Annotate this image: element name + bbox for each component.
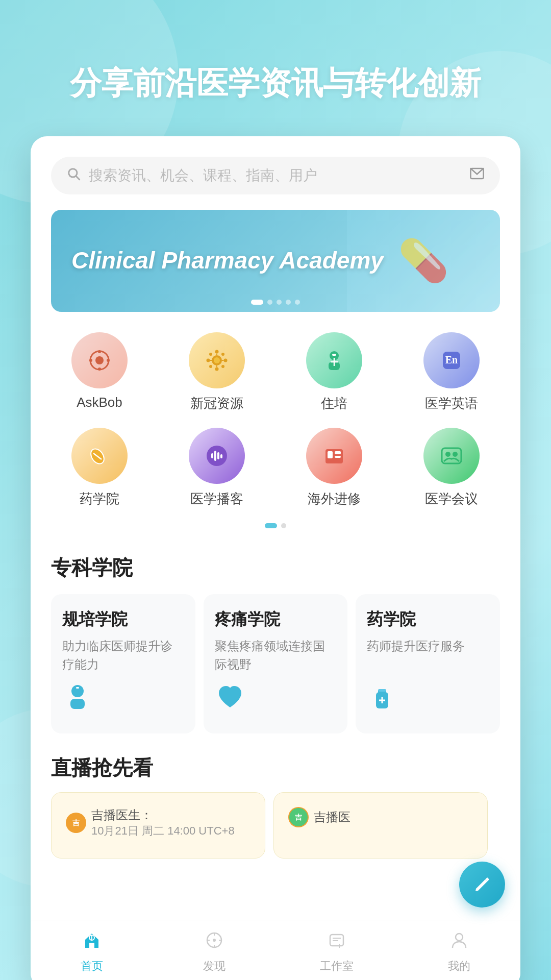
live-card-1[interactable]: 吉 吉播医生： 10月21日 周二 14:00 UTC+8 (51, 792, 265, 859)
overseas-icon-circle (306, 428, 362, 484)
mail-icon[interactable] (469, 166, 485, 185)
icon-item-english[interactable]: En 医学英语 (406, 332, 497, 412)
svg-point-44 (453, 452, 458, 457)
svg-point-6 (98, 368, 101, 371)
nav-item-profile[interactable]: 我的 (398, 930, 520, 974)
icon-item-pharmacy[interactable]: 药学院 (54, 428, 145, 508)
banner-dot-2 (267, 300, 272, 305)
svg-rect-39 (328, 451, 333, 458)
svg-point-11 (215, 350, 219, 353)
hero-tagline: 分享前沿医学资讯与转化创新 (0, 0, 551, 136)
svg-point-12 (215, 367, 219, 371)
pharmacy-label: 药学院 (80, 490, 119, 508)
grid-page-dots (41, 523, 510, 528)
search-placeholder-text: 搜索资讯、机会、课程、指南、用户 (89, 166, 461, 185)
banner-dot-5 (295, 300, 300, 305)
live-card-1-header: 吉 吉播医生： 10月21日 周二 14:00 UTC+8 (66, 807, 251, 839)
pharmacy2-desc: 药师提升医疗服务 (367, 637, 489, 674)
svg-point-13 (207, 358, 210, 362)
specialty-section: 专科学院 规培学院 助力临床医师提升诊疗能力 疼痛学院 聚焦疼痛领域连接国际视野 (31, 554, 520, 754)
svg-rect-34 (211, 453, 213, 458)
askbob-icon-circle (71, 332, 128, 388)
fab-button[interactable] (459, 862, 505, 908)
banner-title: Clinical Pharmacy Academy (51, 230, 404, 291)
home-nav-icon (82, 930, 102, 954)
podcast-icon-circle (189, 428, 245, 484)
banner[interactable]: Clinical Pharmacy Academy 💊 (51, 210, 500, 312)
icon-item-podcast[interactable]: 医学播客 (171, 428, 263, 508)
nav-item-home[interactable]: 首页 (31, 930, 153, 974)
svg-point-5 (98, 350, 101, 353)
search-icon (66, 166, 81, 184)
svg-point-16 (221, 353, 224, 356)
svg-rect-47 (76, 687, 79, 689)
profile-nav-label: 我的 (448, 959, 470, 974)
live-section-title: 直播抢先看 (51, 754, 153, 782)
specialty-section-title: 专科学院 (31, 554, 520, 594)
banner-dot-1 (251, 300, 263, 305)
conference-icon-circle (423, 428, 480, 484)
live-card-1-avatar: 吉 (66, 813, 86, 833)
training-icon-circle (306, 332, 362, 388)
specialty-cards-container: 规培学院 助力临床医师提升诊疗能力 疼痛学院 聚焦疼痛领域连接国际视野 (31, 594, 520, 754)
specialty-card-pharmacy-2[interactable]: 药学院 药师提升医疗服务 (356, 594, 500, 733)
svg-rect-25 (332, 354, 336, 356)
svg-rect-41 (335, 456, 341, 458)
app-card: 搜索资讯、机会、课程、指南、用户 Clinical Pharmacy Acade… (31, 136, 520, 980)
pharmacy2-icon (367, 682, 397, 719)
svg-point-7 (89, 359, 92, 362)
live-card-2-info: 吉播医 (314, 809, 350, 825)
discover-nav-label: 发现 (203, 959, 226, 974)
icon-row-1: AskBob (41, 332, 510, 412)
icon-item-covid[interactable]: 新冠资源 (171, 332, 263, 412)
guipei-desc: 助力临床医师提升诊疗能力 (62, 637, 184, 674)
banner-dots (251, 300, 300, 305)
live-name-1: 吉播医生： (91, 807, 235, 823)
live-card-2-header: 吉 吉播医 (288, 807, 473, 827)
workspace-nav-icon (327, 930, 346, 954)
pain-desc: 聚焦疼痛领域连接国际视野 (215, 637, 337, 674)
live-time-1: 10月21日 周二 14:00 UTC+8 (91, 823, 235, 839)
covid-icon-circle (189, 332, 245, 388)
svg-point-17 (209, 365, 212, 368)
live-section: 直播抢先看 吉 吉播医生： 10月21日 周二 14:00 UTC+8 (31, 754, 520, 920)
pain-icon (215, 682, 245, 719)
icon-item-overseas[interactable]: 海外进修 (288, 428, 380, 508)
discover-nav-icon (205, 930, 224, 954)
live-card-2[interactable]: 吉 吉播医 (273, 792, 488, 859)
svg-point-43 (445, 452, 450, 457)
live-card-2-avatar: 吉 (288, 807, 309, 827)
svg-point-8 (107, 359, 110, 362)
english-icon-circle: En (423, 332, 480, 388)
english-label: 医学英语 (425, 395, 478, 412)
covid-label: 新冠资源 (190, 395, 243, 412)
icon-row-2: 药学院 医学播客 (41, 428, 510, 508)
grid-dot-1 (265, 523, 277, 528)
search-bar[interactable]: 搜索资讯、机会、课程、指南、用户 (51, 157, 500, 194)
icon-item-askbob[interactable]: AskBob (54, 332, 145, 412)
specialty-card-pain[interactable]: 疼痛学院 聚焦疼痛领域连接国际视野 (204, 594, 348, 733)
icon-item-conference[interactable]: 医学会议 (406, 428, 497, 508)
svg-point-4 (95, 356, 104, 364)
workspace-nav-label: 工作室 (320, 959, 354, 974)
profile-nav-icon (449, 930, 469, 954)
live-header: 直播抢先看 (51, 754, 500, 782)
banner-dot-3 (277, 300, 282, 305)
svg-rect-50 (378, 689, 386, 692)
specialty-card-guipei[interactable]: 规培学院 助力临床医师提升诊疗能力 (51, 594, 195, 733)
svg-rect-36 (217, 452, 219, 459)
grid-dot-2 (281, 523, 286, 528)
guipei-icon (62, 682, 93, 719)
askbob-label: AskBob (77, 395, 122, 410)
nav-item-discover[interactable]: 发现 (153, 930, 276, 974)
podcast-label: 医学播客 (190, 490, 243, 508)
svg-text:吉: 吉 (295, 813, 303, 821)
svg-point-45 (71, 685, 84, 697)
pharmacy2-title: 药学院 (367, 608, 489, 631)
svg-point-70 (456, 934, 463, 941)
nav-item-workspace[interactable]: 工作室 (276, 930, 398, 974)
svg-point-14 (224, 358, 228, 362)
banner-dot-4 (286, 300, 291, 305)
icon-item-training[interactable]: 住培 (288, 332, 380, 412)
svg-point-15 (209, 353, 212, 356)
